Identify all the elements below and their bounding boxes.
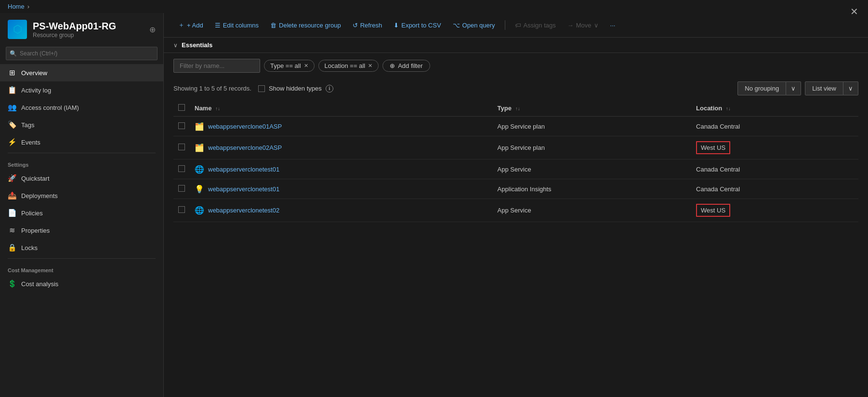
essentials-label: Essentials: [182, 41, 212, 49]
overview-icon: ⊞: [8, 68, 16, 77]
refresh-icon: ↺: [353, 22, 358, 29]
resource-name-link[interactable]: 🗂️webappserverclone01ASP: [195, 121, 488, 131]
resource-name-link[interactable]: 🌐webappserverclonetest01: [195, 164, 488, 174]
breadcrumb-separator: ›: [27, 3, 29, 10]
resource-type-icon: 🌐: [195, 206, 204, 215]
sidebar-item-label-access-control: Access control (IAM): [21, 104, 79, 111]
resource-group-icon: ⬡: [8, 20, 27, 39]
row-checkbox-cell: [173, 117, 190, 136]
sidebar-item-locks[interactable]: 🔒 Locks: [0, 239, 163, 256]
search-input[interactable]: [6, 47, 158, 60]
cost-section-label: Cost Management: [0, 261, 163, 275]
resource-name-link[interactable]: 🗂️webappserverclone02ASP: [195, 143, 488, 153]
resource-name-link[interactable]: 🌐webappserverclonetest02: [195, 206, 488, 215]
refresh-button[interactable]: ↺ Refresh: [348, 19, 387, 32]
type-sort-icon[interactable]: ↑↓: [515, 106, 520, 111]
sidebar-item-overview[interactable]: ⊞ Overview: [0, 64, 163, 81]
breadcrumb-home[interactable]: Home: [8, 3, 25, 10]
sidebar-header: ⬡ PS-WebApp01-RG Resource group ⊕: [0, 13, 163, 44]
sidebar-item-activity-log[interactable]: 📋 Activity log: [0, 81, 163, 99]
tags-icon: 🏷️: [8, 120, 16, 129]
select-all-checkbox[interactable]: [178, 104, 185, 111]
location-filter-remove-icon[interactable]: ✕: [368, 63, 372, 69]
table-row: 🗂️webappserverclone01ASPApp Service plan…: [173, 117, 858, 136]
access-control-icon: 👥: [8, 103, 16, 112]
grouping-chevron-button[interactable]: ∨: [786, 81, 801, 95]
policies-icon: 📄: [8, 209, 16, 217]
refresh-label: Refresh: [360, 22, 382, 29]
export-icon: ⬇: [394, 22, 399, 29]
essentials-chevron-icon[interactable]: ∨: [173, 42, 178, 49]
sidebar-item-tags[interactable]: 🏷️ Tags: [0, 116, 163, 133]
location-sort-icon[interactable]: ↑↓: [726, 106, 731, 111]
location-filter-label: Location == all: [325, 62, 366, 69]
sidebar-item-properties[interactable]: ≋ Properties: [0, 222, 163, 239]
search-icon: 🔍: [10, 50, 17, 57]
sidebar-item-events[interactable]: ⚡ Events: [0, 133, 163, 151]
name-sort-icon[interactable]: ↑↓: [215, 106, 220, 111]
resource-name-text: webappserverclonetest01: [208, 166, 279, 173]
sidebar-item-access-control[interactable]: 👥 Access control (IAM): [0, 99, 163, 116]
sidebar-item-quickstart[interactable]: 🚀 Quickstart: [0, 170, 163, 187]
grouping-label: No grouping: [745, 85, 779, 92]
records-info: Showing 1 to 5 of 5 records.: [173, 85, 251, 92]
move-button[interactable]: → Move ∨: [563, 19, 604, 32]
filter-by-name-input[interactable]: [173, 59, 260, 73]
export-label: Export to CSV: [401, 22, 441, 29]
row-checkbox-4[interactable]: [178, 206, 185, 213]
row-checkbox-cell: [173, 159, 190, 179]
row-checkbox-0[interactable]: [178, 122, 185, 129]
row-checkbox-3[interactable]: [178, 185, 185, 192]
more-button[interactable]: ···: [605, 19, 620, 32]
sidebar-item-deployments[interactable]: 📤 Deployments: [0, 187, 163, 204]
resource-type-cell: App Service: [493, 199, 691, 222]
main-content: ＋ + Add ☰ Edit columns 🗑 Delete resource…: [164, 13, 868, 397]
sidebar-item-label-tags: Tags: [21, 121, 34, 129]
type-filter-remove-icon[interactable]: ✕: [304, 63, 308, 69]
open-query-label: Open query: [462, 22, 495, 29]
delete-rg-button[interactable]: 🗑 Delete resource group: [265, 19, 346, 32]
move-label: Move: [576, 22, 592, 29]
resource-name-link[interactable]: 💡webappserverclonetest01: [195, 184, 488, 194]
settings-nav: 🚀 Quickstart 📤 Deployments 📄 Policies ≋ …: [0, 170, 163, 256]
sidebar-item-label-activity-log: Activity log: [21, 87, 51, 94]
view-button[interactable]: List view: [805, 81, 843, 95]
add-filter-button[interactable]: ⊕ Add filter: [382, 60, 430, 72]
sidebar-item-policies[interactable]: 📄 Policies: [0, 204, 163, 222]
edit-columns-button[interactable]: ☰ Edit columns: [210, 19, 263, 32]
sidebar-item-label-deployments: Deployments: [21, 192, 58, 199]
nav-divider-2: [8, 258, 156, 259]
table-header-name[interactable]: Name ↑↓: [190, 100, 493, 117]
show-hidden-info-icon[interactable]: ℹ: [326, 85, 333, 93]
delete-rg-label: Delete resource group: [279, 22, 341, 29]
resource-name-cell: 🗂️webappserverclone01ASP: [190, 117, 493, 136]
resource-type-icon: 🗂️: [195, 143, 204, 153]
row-checkbox-1[interactable]: [178, 144, 185, 150]
grouping-button[interactable]: No grouping: [737, 81, 786, 95]
resource-type-icon: 🌐: [195, 164, 204, 174]
show-hidden-checkbox[interactable]: [258, 85, 265, 92]
properties-icon: ≋: [8, 226, 16, 235]
close-button[interactable]: ✕: [850, 6, 858, 17]
deployments-icon: 📤: [8, 191, 16, 200]
sidebar-item-cost-analysis[interactable]: 💲 Cost analysis: [0, 275, 163, 292]
nav-divider-1: [8, 153, 156, 153]
assign-tags-button[interactable]: 🏷 Assign tags: [510, 19, 561, 32]
type-filter-tag[interactable]: Type == all ✕: [264, 60, 315, 72]
show-hidden-container: Show hidden types ℹ: [258, 85, 333, 93]
add-button[interactable]: ＋ + Add: [173, 18, 208, 32]
edit-columns-icon: ☰: [215, 22, 221, 29]
resource-name-text: webappserverclonetest01: [208, 185, 279, 193]
location-filter-tag[interactable]: Location == all ✕: [318, 60, 379, 72]
row-checkbox-2[interactable]: [178, 165, 185, 172]
resource-type-cell: App Service plan: [493, 117, 691, 136]
resource-name-cell: 💡webappserverclonetest01: [190, 179, 493, 199]
toolbar-separator: [505, 20, 505, 30]
pin-icon[interactable]: ⊕: [149, 25, 156, 34]
export-csv-button[interactable]: ⬇ Export to CSV: [389, 19, 446, 32]
open-query-button[interactable]: ⌥ Open query: [448, 19, 500, 32]
resource-name-text: webappserverclone01ASP: [208, 123, 282, 130]
view-chevron-button[interactable]: ∨: [843, 81, 858, 95]
table-header-type[interactable]: Type ↑↓: [493, 100, 691, 117]
table-header-location[interactable]: Location ↑↓: [691, 100, 858, 117]
